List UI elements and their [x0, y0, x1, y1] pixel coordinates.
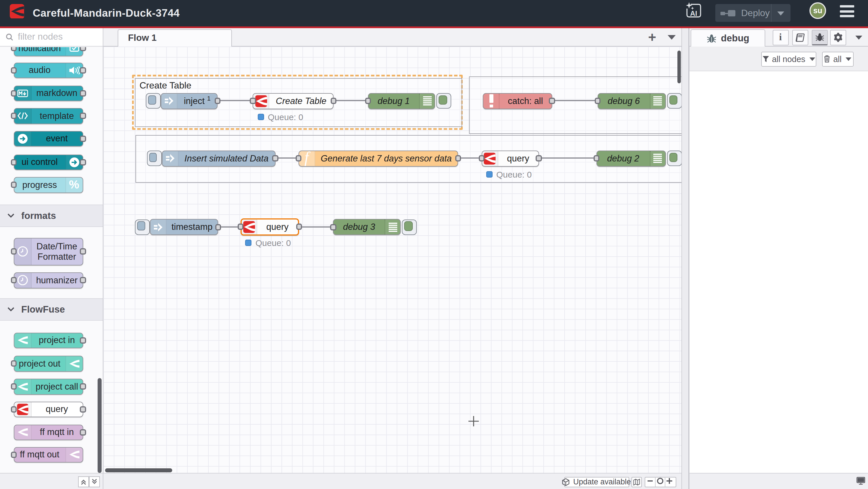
svg-text:AI: AI: [690, 9, 697, 17]
